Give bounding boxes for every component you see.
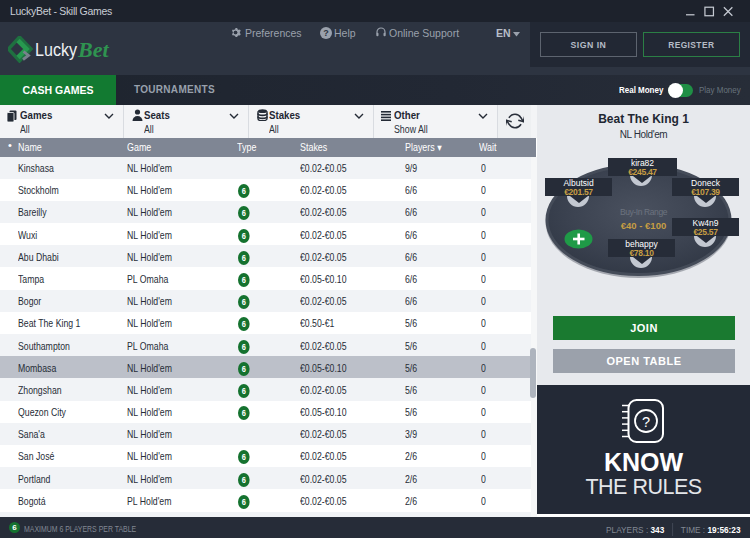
svg-text:?: ? (642, 414, 650, 430)
